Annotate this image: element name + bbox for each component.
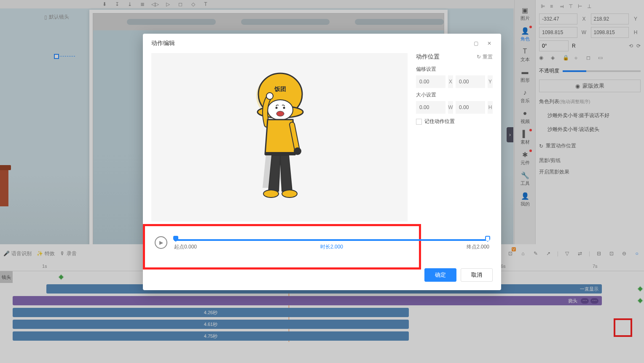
w-unit: W xyxy=(448,101,453,114)
svg-point-6 xyxy=(283,107,285,109)
close-icon[interactable]: ✕ xyxy=(486,40,493,47)
size-w-input[interactable] xyxy=(416,101,445,114)
slider-start-handle[interactable] xyxy=(173,236,178,242)
start-label: 起点0.000 xyxy=(174,243,197,251)
offset-label: 偏移设置 xyxy=(416,66,493,73)
action-edit-dialog: 动作编辑 ▢ ✕ 饭团 xyxy=(143,34,501,290)
svg-point-8 xyxy=(266,93,273,99)
svg-point-12 xyxy=(282,190,297,198)
trim-slider[interactable]: 起点0.000 时长2.000 终点2.000 xyxy=(174,234,489,251)
position-title: 动作位置 xyxy=(416,53,440,61)
dialog-title: 动作编辑 xyxy=(151,40,175,47)
duration-label: 时长2.000 xyxy=(320,243,343,251)
offset-y-input[interactable] xyxy=(456,75,485,88)
svg-text:饭团: 饭团 xyxy=(274,85,286,92)
end-label: 终点2.000 xyxy=(467,243,489,251)
h-unit: H xyxy=(488,101,493,114)
character-preview: 饭团 xyxy=(241,70,317,205)
ok-button[interactable]: 确定 xyxy=(424,268,456,282)
play-button[interactable]: ▶ xyxy=(155,236,167,249)
reset-button[interactable]: ↻重置 xyxy=(477,53,493,61)
slider-end-handle[interactable] xyxy=(485,236,490,242)
svg-point-11 xyxy=(263,190,279,198)
size-h-input[interactable] xyxy=(456,101,485,114)
cancel-button[interactable]: 取消 xyxy=(461,268,493,282)
svg-rect-9 xyxy=(265,152,295,155)
svg-point-4 xyxy=(268,100,293,120)
offset-x-input[interactable] xyxy=(416,75,445,88)
modal-overlay: 动作编辑 ▢ ✕ 饭团 xyxy=(0,0,644,363)
x-unit: X xyxy=(448,75,453,88)
svg-point-7 xyxy=(276,111,284,116)
svg-point-5 xyxy=(276,107,278,109)
preview-canvas: 饭团 xyxy=(151,53,408,222)
maximize-icon[interactable]: ▢ xyxy=(472,40,479,47)
refresh-icon: ↻ xyxy=(477,54,481,60)
y-unit: Y xyxy=(488,75,493,88)
remember-label: 记住动作位置 xyxy=(424,118,455,125)
svg-point-10 xyxy=(294,147,301,155)
remember-checkbox[interactable] xyxy=(416,119,422,125)
size-label: 大小设置 xyxy=(416,91,493,99)
